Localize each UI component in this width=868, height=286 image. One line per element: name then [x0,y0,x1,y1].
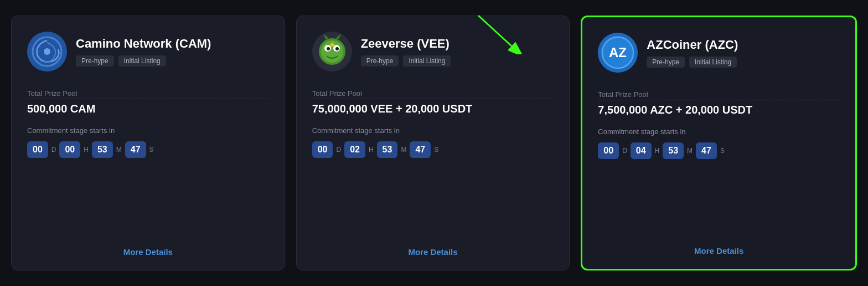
svg-point-10 [327,47,330,50]
cam-badge-prehype: Pre-hype [76,55,114,67]
azc-seconds-label: S [720,147,725,155]
azc-card-header: AZ AZCoiner (AZC) Pre-hype Initial Listi… [598,33,840,73]
cam-seconds: 47 [125,141,146,158]
cam-countdown: 00 D 00 H 53 M 47 S [27,141,269,158]
azc-card: AZ AZCoiner (AZC) Pre-hype Initial Listi… [581,16,857,270]
azc-seconds: 47 [696,142,717,159]
azc-title-section: AZCoiner (AZC) Pre-hype Initial Listing [647,38,738,68]
cam-card: Camino Network (CAM) Pre-hype Initial Li… [11,16,285,270]
cam-title: Camino Network (CAM) [76,37,211,51]
azc-badge-prehype: Pre-hype [647,57,685,68]
cam-prize-label: Total Prize Pool [27,89,269,99]
cam-days-label: D [51,146,56,154]
svg-point-4 [44,48,50,55]
vee-prize-label: Total Prize Pool [312,89,554,99]
azc-divider [598,237,840,237]
azc-countdown: 00 D 04 H 53 M 47 S [598,142,840,159]
cam-divider [27,238,269,238]
cam-seconds-label: S [149,146,154,154]
vee-logo [312,32,352,72]
cam-days: 00 [27,141,48,158]
cam-prize-value: 500,000 CAM [27,103,269,115]
cam-card-header: Camino Network (CAM) Pre-hype Initial Li… [27,32,269,72]
cam-title-section: Camino Network (CAM) Pre-hype Initial Li… [76,37,211,67]
azc-days: 00 [598,142,619,159]
cam-commitment-label: Commitment stage starts in [27,126,269,135]
vee-days: 00 [312,141,333,158]
azc-badge-listing: Initial Listing [689,57,737,68]
vee-more-details[interactable]: More Details [312,247,554,257]
vee-title: Zeeverse (VEE) [361,37,451,51]
vee-badge-prehype: Pre-hype [361,55,399,67]
cam-hours-label: H [84,146,89,154]
vee-seconds-label: S [434,146,438,154]
vee-countdown: 00 D 02 H 53 M 47 S [312,141,554,158]
vee-card: Zeeverse (VEE) Pre-hype Initial Listing … [296,16,570,270]
azc-hours-label: H [655,147,660,155]
vee-badge-listing: Initial Listing [403,55,451,67]
vee-title-section: Zeeverse (VEE) Pre-hype Initial Listing [361,37,451,67]
vee-hours: 02 [344,141,365,158]
vee-card-header: Zeeverse (VEE) Pre-hype Initial Listing [312,32,554,72]
vee-minutes-label: M [401,146,406,154]
vee-commitment-label: Commitment stage starts in [312,126,554,135]
vee-days-label: D [336,146,341,154]
svg-point-11 [335,47,339,50]
vee-divider [312,238,554,238]
vee-seconds: 47 [410,141,431,158]
azc-prize-value: 7,500,000 AZC + 20,000 USDT [598,104,840,116]
vee-hours-label: H [369,146,374,154]
cam-minutes-label: M [116,146,122,154]
azc-hours: 04 [631,142,652,159]
azc-more-details[interactable]: More Details [598,246,840,256]
azc-title: AZCoiner (AZC) [647,38,738,52]
cards-container: Camino Network (CAM) Pre-hype Initial Li… [11,16,857,270]
cam-badge-listing: Initial Listing [118,55,166,67]
azc-badges: Pre-hype Initial Listing [647,57,738,68]
azc-days-label: D [622,147,627,155]
cam-minutes: 53 [92,141,113,158]
azc-commitment-label: Commitment stage starts in [598,127,840,136]
vee-badges: Pre-hype Initial Listing [361,55,451,67]
svg-text:AZ: AZ [609,45,627,60]
azc-minutes: 53 [663,142,684,159]
azc-logo: AZ [598,33,638,73]
cam-more-details[interactable]: More Details [27,247,269,257]
vee-prize-value: 75,000,000 VEE + 20,000 USDT [312,103,554,115]
azc-minutes-label: M [687,147,693,155]
cam-hours: 00 [59,141,80,158]
vee-minutes: 53 [377,141,398,158]
cam-logo [27,32,67,72]
azc-prize-label: Total Prize Pool [598,90,840,100]
cam-badges: Pre-hype Initial Listing [76,55,211,67]
